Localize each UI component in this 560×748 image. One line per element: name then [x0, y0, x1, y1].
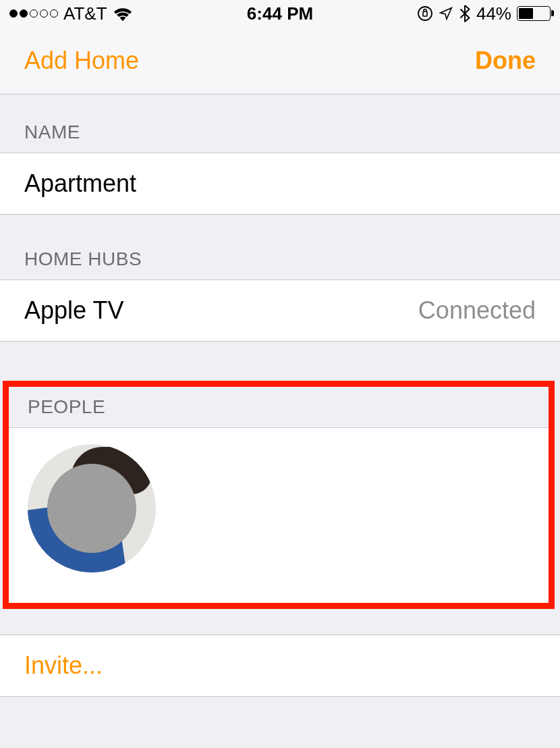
- section-header-home-hubs: HOME HUBS: [0, 215, 560, 279]
- bluetooth-icon: [459, 5, 471, 22]
- cellular-signal-icon: [9, 9, 58, 18]
- orientation-lock-icon: [417, 5, 433, 22]
- battery-icon: [517, 6, 551, 21]
- home-hub-status: Connected: [418, 296, 536, 325]
- done-button[interactable]: Done: [475, 47, 536, 75]
- status-right: 44%: [417, 3, 551, 24]
- carrier-label: AT&T: [63, 3, 107, 24]
- status-bar: AT&T 6:44 PM 44%: [0, 0, 560, 27]
- status-left: AT&T: [9, 3, 133, 24]
- people-content: [9, 427, 549, 603]
- people-section-highlight: PEOPLE: [3, 381, 555, 609]
- section-header-people: PEOPLE: [9, 387, 549, 427]
- svg-rect-1: [423, 11, 427, 16]
- invite-label: Invite...: [24, 651, 103, 679]
- status-time: 6:44 PM: [247, 3, 313, 24]
- battery-percent-label: 44%: [476, 3, 511, 24]
- home-name-value: Apartment: [24, 169, 136, 198]
- location-icon: [439, 6, 453, 21]
- battery-fill: [519, 8, 533, 19]
- home-hub-cell[interactable]: Apple TV Connected: [0, 279, 560, 342]
- home-hub-device: Apple TV: [24, 296, 123, 325]
- wifi-icon: [113, 5, 133, 22]
- section-header-name: NAME: [0, 95, 560, 153]
- home-name-cell[interactable]: Apartment: [0, 153, 560, 215]
- person-avatar[interactable]: [28, 444, 156, 572]
- invite-cell[interactable]: Invite...: [0, 635, 560, 697]
- add-home-button[interactable]: Add Home: [24, 47, 139, 75]
- avatar-redaction-mask: [47, 464, 136, 553]
- navigation-bar: Add Home Done: [0, 27, 560, 95]
